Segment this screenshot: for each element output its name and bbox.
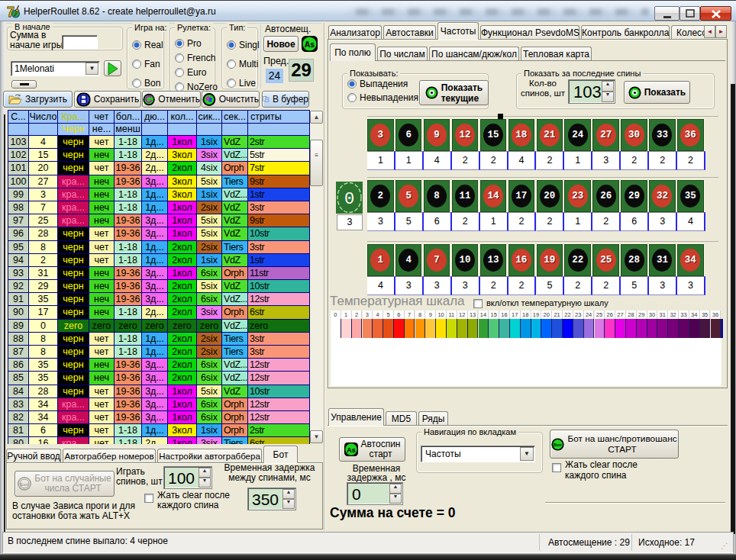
svg-text:0: 0 <box>344 190 354 209</box>
svg-text:As: As <box>347 446 356 454</box>
svg-text:Бот: Бот <box>21 482 29 487</box>
svg-text:Бот: Бот <box>554 442 562 447</box>
svg-text:As: As <box>305 40 315 49</box>
